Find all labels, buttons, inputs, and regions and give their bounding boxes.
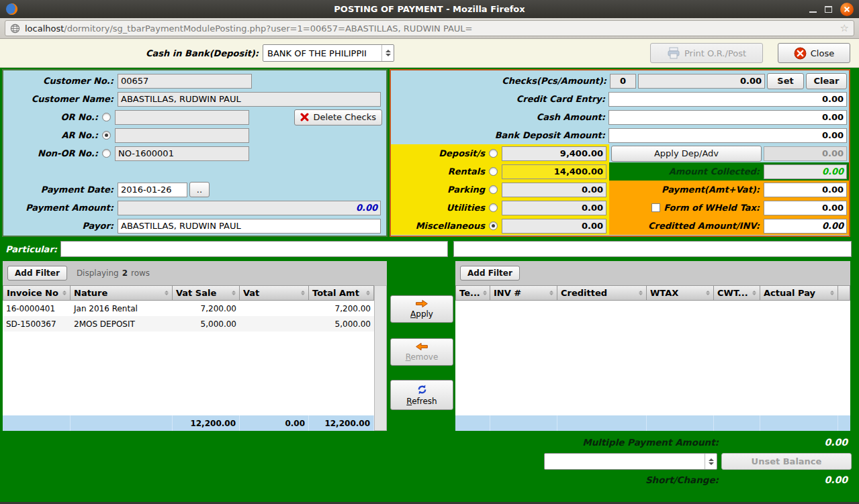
col-vat-sale[interactable]: Vat Sale	[173, 285, 240, 301]
address-input[interactable]: localhost/dormitory/sg_tbarPaymentModule…	[5, 20, 854, 36]
invoice-add-filter-button[interactable]: Add Filter	[7, 266, 67, 281]
invoice-table: Add Filter Displaying2rows Invoice No Na…	[3, 261, 387, 431]
printer-icon	[667, 47, 680, 59]
cell-nature: 2MOS DEPOSIT	[71, 316, 173, 332]
unset-balance-button[interactable]: Unset Balance	[721, 453, 852, 470]
category-deposits: Deposit/s 9,400.00	[391, 144, 609, 162]
table-row[interactable]: SD-1500367 2MOS DEPOSIT 5,000.00 5,000.0…	[3, 316, 374, 332]
url-path: /dormitory/sg_tbarPaymentModulePosting.p…	[64, 23, 472, 34]
particular-right-input[interactable]	[453, 241, 852, 257]
non-or-no-radio[interactable]	[102, 149, 111, 158]
ar-no-input[interactable]	[115, 128, 249, 143]
payment-date-input[interactable]: 2016-01-26	[118, 183, 187, 197]
utilities-amount[interactable]: 0.00	[502, 201, 606, 215]
invoice-table-body: 16-0000401 Jan 2016 Rental 7,200.00 7,20…	[3, 301, 374, 415]
bookmark-star-icon[interactable]: ☆	[840, 22, 849, 34]
utilities-radio[interactable]	[489, 203, 498, 212]
rentals-amount[interactable]: 14,400.00	[502, 164, 606, 179]
refresh-button[interactable]: Refresh	[390, 380, 453, 410]
customer-no-input[interactable]: 00657	[118, 74, 252, 89]
col-nature[interactable]: Nature	[71, 285, 173, 301]
col-inv[interactable]: INV #	[490, 285, 557, 301]
credit-card-input[interactable]: 0.00	[608, 92, 847, 107]
delete-x-icon	[300, 113, 309, 121]
parking-amount[interactable]: 0.00	[502, 183, 606, 197]
ar-no-radio[interactable]	[102, 131, 111, 140]
checks-pcs-input[interactable]: 0	[610, 74, 636, 89]
credit-card-label: Credit Card Entry:	[391, 94, 608, 104]
payor-input[interactable]: ABASTILLAS, RUDWIN PAUL	[118, 219, 381, 234]
wheld-tax-input[interactable]: 0.00	[764, 201, 847, 215]
remove-button[interactable]: Remove	[390, 338, 453, 366]
balance-select[interactable]	[544, 453, 717, 470]
col-invoice-no[interactable]: Invoice No	[3, 285, 71, 301]
bank-deposit-input[interactable]: 0.00	[608, 128, 847, 143]
miscellaneous-radio[interactable]	[489, 221, 498, 230]
close-window-button[interactable]	[840, 3, 854, 16]
miscellaneous-amount[interactable]: 0.00	[502, 219, 606, 234]
apply-arrow-right-icon	[414, 299, 429, 308]
col-creditted[interactable]: Creditted	[557, 285, 647, 301]
set-button[interactable]: Set	[767, 73, 804, 89]
creditted-input[interactable]: 0.00	[764, 219, 847, 234]
payor-label: Payor:	[3, 221, 118, 231]
amount-collected-input[interactable]: 0.00	[764, 164, 847, 179]
delete-checks-button[interactable]: Delete Checks	[294, 109, 382, 125]
sort-icon	[750, 291, 756, 295]
col-actual-pay[interactable]: Actual Pay	[760, 285, 838, 301]
cell-vat	[240, 316, 309, 332]
invoice-table-scrollbar[interactable]	[374, 285, 387, 431]
cash-amount-label: Cash Amount:	[391, 112, 608, 122]
or-no-input[interactable]	[115, 110, 249, 125]
col-te[interactable]: Te...	[455, 285, 490, 301]
particular-left-input[interactable]	[60, 241, 448, 257]
applied-add-filter-button[interactable]: Add Filter	[460, 266, 520, 281]
deposits-label: Deposit/s	[391, 148, 489, 158]
table-row[interactable]: 16-0000401 Jan 2016 Rental 7,200.00 7,20…	[3, 301, 374, 316]
print-or-post-button[interactable]: Print O.R./Post	[650, 43, 763, 63]
category-parking: Parking 0.00	[391, 181, 609, 199]
cell-invoice-no: SD-1500367	[3, 316, 71, 332]
select-spinner-icon	[705, 454, 717, 469]
checks-amount-input[interactable]: 0.00	[638, 74, 765, 89]
or-no-radio[interactable]	[102, 113, 111, 121]
payment-amount-input[interactable]: 0.00	[118, 201, 381, 215]
col-total-amt[interactable]: Total Amt	[309, 285, 374, 301]
deposits-amount[interactable]: 9,400.00	[502, 146, 606, 161]
col-cwt[interactable]: CWT...	[714, 285, 760, 301]
apply-button[interactable]: Apply	[390, 295, 453, 323]
customer-no-label: Customer No.:	[3, 76, 118, 86]
non-or-no-label: Non-OR No.:	[3, 148, 102, 158]
apply-dep-adv-button[interactable]: Apply Dep/Adv	[611, 146, 762, 162]
rentals-radio[interactable]	[489, 167, 498, 176]
globe-icon	[10, 23, 20, 34]
total-vat-sale: 12,200.00	[173, 415, 240, 431]
maximize-button[interactable]	[825, 6, 832, 13]
applied-table: Add Filter Te... INV # Creditted WTAX CW…	[455, 261, 850, 431]
url-host: localhost	[25, 23, 64, 34]
clear-button[interactable]: Clear	[806, 73, 847, 89]
date-picker-button[interactable]: ..	[189, 182, 210, 197]
col-wtax[interactable]: WTAX	[647, 285, 714, 301]
non-or-no-input[interactable]: NO-1600001	[115, 146, 249, 161]
remove-arrow-left-icon	[414, 342, 429, 351]
close-red-x-icon	[794, 47, 807, 60]
cash-amount-input[interactable]: 0.00	[608, 110, 847, 125]
ar-no-label: AR No.:	[3, 130, 102, 140]
parking-label: Parking	[391, 185, 489, 195]
spacer-row	[3, 162, 386, 181]
parking-radio[interactable]	[489, 185, 498, 194]
col-vat[interactable]: Vat	[240, 285, 309, 301]
close-button[interactable]: Close	[778, 43, 850, 63]
sort-icon	[703, 291, 710, 295]
minimize-button[interactable]	[809, 11, 817, 13]
payment-amt-vat-input[interactable]: 0.00	[764, 183, 847, 197]
dep-adv-amount-input[interactable]: 0.00	[764, 146, 847, 161]
checks-label: Checks(Pcs/Amount):	[391, 76, 610, 86]
wheld-tax-checkbox[interactable]	[651, 203, 660, 212]
invoice-table-header: Invoice No Nature Vat Sale Vat Total Amt	[3, 285, 374, 301]
customer-name-input[interactable]: ABASTILLAS, RUDWIN PAUL	[118, 92, 381, 107]
displaying-rows-text: Displaying2rows	[77, 268, 150, 278]
bank-select[interactable]: BANK OF THE PHILIPPII	[263, 44, 394, 62]
deposits-radio[interactable]	[489, 149, 498, 158]
